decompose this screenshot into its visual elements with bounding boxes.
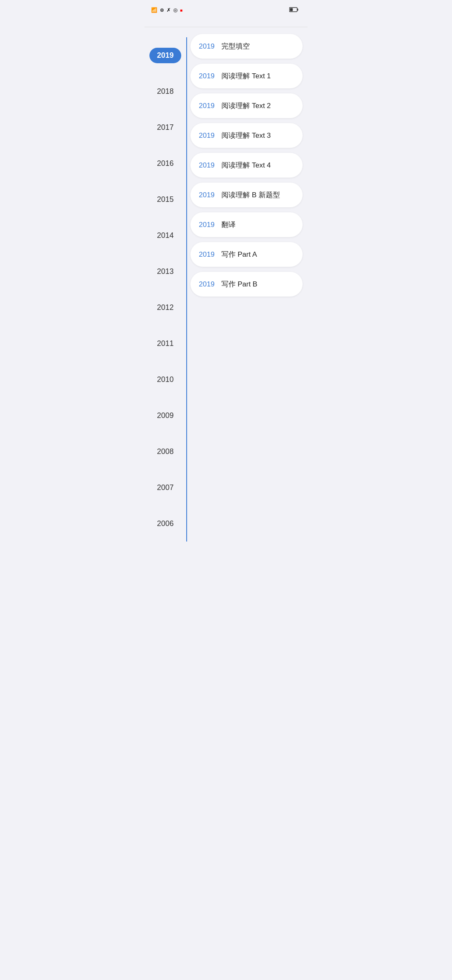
year-item-2009[interactable]: 2009 bbox=[144, 397, 186, 433]
topic-name: 完型填空 bbox=[221, 41, 250, 51]
topic-year: 2019 bbox=[199, 280, 217, 289]
topic-name: 写作 Part B bbox=[221, 279, 257, 289]
topic-name: 阅读理解 Text 3 bbox=[221, 131, 271, 140]
topic-year: 2019 bbox=[199, 250, 217, 259]
record-icon: ■ bbox=[180, 8, 182, 13]
topic-item[interactable]: 2019写作 Part B bbox=[190, 272, 303, 297]
battery-icon bbox=[289, 7, 298, 13]
svg-rect-1 bbox=[298, 8, 298, 10]
topic-item[interactable]: 2019阅读理解 Text 4 bbox=[190, 153, 303, 178]
year-item-2007[interactable]: 2007 bbox=[144, 469, 186, 505]
year-badge-active: 2019 bbox=[149, 48, 181, 63]
topic-item[interactable]: 2019阅读理解 Text 1 bbox=[190, 64, 303, 88]
topic-year: 2019 bbox=[199, 161, 217, 170]
year-item-2015[interactable]: 2015 bbox=[144, 181, 186, 217]
year-item-2014[interactable]: 2014 bbox=[144, 217, 186, 253]
year-item-2017[interactable]: 2017 bbox=[144, 109, 186, 145]
year-item-2008[interactable]: 2008 bbox=[144, 433, 186, 469]
wifi-icon: ⊗ bbox=[160, 7, 164, 13]
topic-year: 2019 bbox=[199, 72, 217, 80]
topic-year: 2019 bbox=[199, 191, 217, 199]
year-item-2013[interactable]: 2013 bbox=[144, 253, 186, 289]
nav-bar bbox=[144, 18, 308, 27]
topic-item[interactable]: 2019阅读理解 Text 3 bbox=[190, 123, 303, 148]
back-button[interactable] bbox=[151, 21, 158, 24]
main-content: 2019201820172016201520142013201220112010… bbox=[144, 27, 308, 548]
topic-item[interactable]: 2019翻译 bbox=[190, 212, 303, 237]
topic-name: 阅读理解 Text 1 bbox=[221, 71, 271, 81]
topic-year: 2019 bbox=[199, 42, 217, 51]
topic-year: 2019 bbox=[199, 132, 217, 140]
svg-rect-2 bbox=[290, 8, 293, 11]
status-left-icons: 📶 ⊗ ✗ ◎ ■ bbox=[151, 7, 182, 13]
year-item-2011[interactable]: 2011 bbox=[144, 325, 186, 361]
topic-name: 写作 Part A bbox=[221, 250, 257, 259]
year-item-2012[interactable]: 2012 bbox=[144, 289, 186, 325]
status-bar: 📶 ⊗ ✗ ◎ ■ bbox=[144, 0, 308, 18]
sim-icon: 📶 bbox=[151, 7, 157, 13]
topic-year: 2019 bbox=[199, 102, 217, 110]
year-item-2006[interactable]: 2006 bbox=[144, 505, 186, 542]
year-item-2019[interactable]: 2019 bbox=[144, 37, 186, 73]
topic-item[interactable]: 2019阅读理解 Text 2 bbox=[190, 93, 303, 118]
status-right-icons bbox=[287, 7, 301, 13]
bluetooth-icon: ✗ bbox=[167, 7, 171, 13]
year-item-2016[interactable]: 2016 bbox=[144, 145, 186, 181]
topic-name: 阅读理解 Text 4 bbox=[221, 160, 271, 170]
year-item-2010[interactable]: 2010 bbox=[144, 361, 186, 397]
topic-year: 2019 bbox=[199, 221, 217, 229]
topic-name: 阅读理解 Text 2 bbox=[221, 101, 271, 111]
topic-name: 阅读理解 B 新题型 bbox=[221, 190, 280, 200]
vibrate-icon: ◎ bbox=[173, 7, 177, 13]
topic-list: 2019完型填空2019阅读理解 Text 12019阅读理解 Text 220… bbox=[187, 34, 308, 542]
topic-item[interactable]: 2019完型填空 bbox=[190, 34, 303, 59]
year-item-2018[interactable]: 2018 bbox=[144, 73, 186, 109]
topic-name: 翻译 bbox=[221, 220, 236, 230]
topic-item[interactable]: 2019阅读理解 B 新题型 bbox=[190, 183, 303, 207]
year-list: 2019201820172016201520142013201220112010… bbox=[144, 34, 186, 542]
topic-item[interactable]: 2019写作 Part A bbox=[190, 242, 303, 267]
